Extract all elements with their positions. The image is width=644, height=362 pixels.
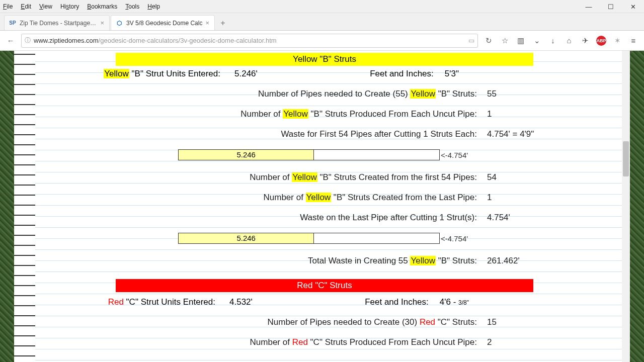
new-tab-button[interactable]: +: [216, 16, 230, 30]
pocket-icon[interactable]: ⌄: [529, 33, 544, 48]
reader-mode-icon[interactable]: ▭: [468, 37, 474, 44]
row-created-first: Number of Yellow "B" Struts Created from…: [116, 172, 620, 183]
adblock-icon[interactable]: ABP: [596, 36, 606, 46]
hamburger-menu-icon[interactable]: ≡: [626, 33, 641, 48]
menu-file[interactable]: File: [3, 3, 13, 10]
url-domain: www.ziptiedomes.com: [34, 37, 99, 44]
scrollbar-thumb[interactable]: [623, 141, 629, 176]
red-units-entered-value: 4.532': [229, 297, 253, 307]
section-header-yellow: Yellow "B" Struts: [116, 53, 533, 66]
window-controls: — ☐ ✕: [578, 0, 644, 13]
library-icon[interactable]: ▥: [513, 33, 528, 48]
site-info-icon[interactable]: ⓘ: [25, 36, 31, 45]
calculator-output: Yellow "B" Struts Yellow "B" Strut Units…: [35, 51, 630, 362]
url-bar[interactable]: ⓘ www.ziptiedomes.com/geodesic-dome-calc…: [21, 34, 478, 48]
close-tab-icon[interactable]: ×: [100, 19, 104, 27]
created-first-value: 54: [487, 172, 497, 183]
pipe-diagram-2: 5.246 <-4.754': [178, 233, 620, 244]
menu-view[interactable]: View: [39, 3, 52, 10]
created-last-value: 1: [487, 193, 492, 203]
waste-last-value: 4.754': [487, 213, 510, 223]
menu-help[interactable]: Help: [147, 3, 160, 10]
feet-inches-value: 5'3": [445, 69, 459, 79]
background-right: [630, 51, 644, 362]
feet-inches-label: Feet and Inches:: [358, 69, 434, 79]
url-path: /geodesic-dome-calculators/3v-geodesic-d…: [99, 37, 277, 44]
pipe-segment-waste: [314, 233, 439, 243]
menu-history[interactable]: History: [60, 3, 79, 10]
row-pipes-needed: Number of Pipes needed to Create (55) Ye…: [116, 89, 620, 99]
menu-edit[interactable]: Edit: [21, 3, 31, 10]
spiral-binding: [14, 51, 35, 362]
back-button[interactable]: ←: [3, 33, 18, 48]
pipe-waste-label: <-4.754': [441, 151, 468, 159]
tab-startpage[interactable]: SP Zip Tie Domes - Startpage W ×: [4, 15, 110, 30]
produced-value: 1: [487, 109, 492, 119]
row-units-entered: Yellow "B" Strut Units Entered: 5.246' F…: [116, 69, 620, 79]
reload-button[interactable]: ↻: [481, 33, 496, 48]
total-waste-value: 261.462': [487, 256, 520, 266]
menu-tools[interactable]: Tools: [125, 3, 139, 10]
send-icon[interactable]: ✈: [578, 33, 593, 48]
section-header-red: Red "C" Struts: [116, 279, 533, 292]
tab-label: 3V 5/8 Geodesic Dome Calc: [126, 20, 202, 27]
bookmark-star-icon[interactable]: ☆: [497, 33, 512, 48]
units-entered-value: 5.246': [234, 69, 258, 79]
close-window-button[interactable]: ✕: [622, 0, 644, 13]
waste-first-value: 4.754' = 4'9": [487, 129, 534, 139]
background-left: [0, 51, 14, 362]
red-feet-inches-value: 4'6 - 3/8": [440, 297, 469, 307]
favicon-icon: SP: [9, 19, 17, 27]
highlight-yellow: Yellow: [104, 69, 129, 78]
pipe-segment-waste: [314, 150, 439, 160]
menu-bar: File Edit View History Bookmarks Tools H…: [0, 0, 644, 13]
row-red-produced: Number of Red "C" Struts Produced From E…: [116, 337, 620, 347]
row-total-waste: Total Waste in Creating 55 Yellow "B" St…: [116, 256, 620, 266]
red-produced-value: 2: [487, 337, 492, 347]
row-red-units-entered: Red "C" Strut Units Entered: 4.532' Feet…: [116, 297, 620, 307]
row-created-last: Number of Yellow "B" Struts Created from…: [116, 193, 620, 203]
row-produced-per-pipe: Number of Yellow "B" Struts Produced Fro…: [116, 109, 620, 119]
pipe-waste-label: <-4.754': [441, 234, 468, 243]
highlight-red: Red: [108, 297, 124, 307]
vertical-scrollbar[interactable]: [622, 51, 630, 362]
browser-toolbar: ← ⓘ www.ziptiedomes.com/geodesic-dome-ca…: [0, 31, 644, 51]
row-waste-first: Waste for First 54 Pipes after Cutting 1…: [116, 129, 620, 139]
notebook-area: Yellow "B" Struts Yellow "B" Strut Units…: [14, 51, 630, 362]
pipe-bar: 5.246: [178, 233, 440, 244]
tab-geodesic-calc[interactable]: ⬡ 3V 5/8 Geodesic Dome Calc ×: [111, 15, 215, 30]
row-red-pipes-needed: Number of Pipes needed to Create (30) Re…: [116, 317, 620, 327]
minimize-button[interactable]: —: [578, 0, 600, 13]
close-tab-icon[interactable]: ×: [205, 19, 209, 27]
downloads-icon[interactable]: ↓: [545, 33, 560, 48]
home-icon[interactable]: ⌂: [561, 33, 577, 48]
pipe-diagram-1: 5.246 <-4.754': [178, 149, 620, 160]
pipes-needed-value: 55: [487, 89, 497, 99]
row-waste-last: Waste on the Last Pipe after Cutting 1 S…: [116, 213, 620, 223]
tab-strip: SP Zip Tie Domes - Startpage W × ⬡ 3V 5/…: [0, 13, 644, 31]
pipe-segment-strut: 5.246: [179, 233, 314, 243]
menu-bookmarks[interactable]: Bookmarks: [87, 3, 117, 10]
extension-icon[interactable]: ✶: [610, 33, 625, 48]
maximize-button[interactable]: ☐: [600, 0, 622, 13]
page-content: Yellow "B" Struts Yellow "B" Strut Units…: [0, 51, 644, 362]
pipe-bar: 5.246: [178, 149, 440, 160]
red-feet-inches-label: Feet and Inches:: [353, 297, 429, 307]
favicon-icon: ⬡: [115, 19, 123, 27]
pipe-segment-strut: 5.246: [179, 150, 314, 160]
red-pipes-needed-value: 15: [487, 317, 497, 327]
tab-label: Zip Tie Domes - Startpage W: [20, 20, 97, 27]
